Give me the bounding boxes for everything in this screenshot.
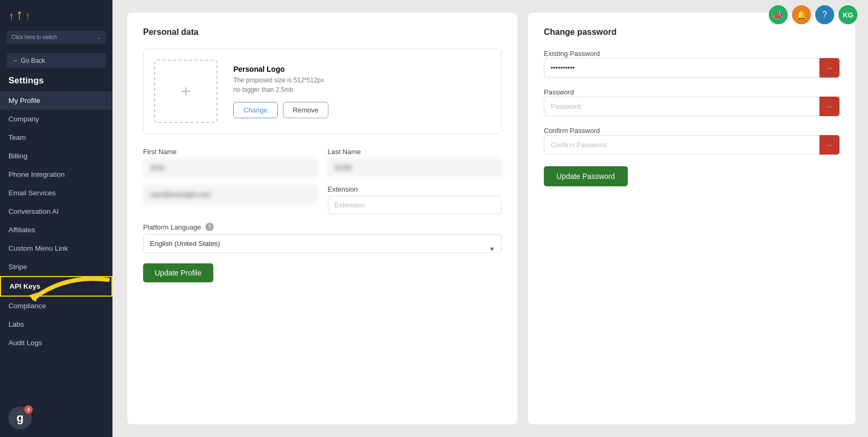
sidebar-item-company[interactable]: Company <box>0 110 112 128</box>
logo-buttons: Change Remove <box>233 102 328 118</box>
update-password-button[interactable]: Update Password <box>544 166 628 186</box>
sidebar-item-conversation-ai[interactable]: Conversation AI <box>0 202 112 221</box>
new-password-group: Password ··· <box>544 87 839 116</box>
logo-icon: ↑ ↑ ↑ <box>8 7 31 22</box>
existing-password-label: Existing Password <box>544 50 600 58</box>
sidebar-item-labs[interactable]: Labs <box>0 315 112 334</box>
avatar-letter: g <box>16 411 23 425</box>
switch-chevron: ⌄ <box>97 34 101 40</box>
topbar: 📣 🔔 ? KG <box>769 5 857 24</box>
sidebar-item-phone-integration[interactable]: Phone Integration <box>0 165 112 184</box>
existing-password-toggle[interactable]: ··· <box>819 58 839 78</box>
go-back-label: ← Go Back <box>13 57 45 64</box>
existing-password-wrapper: ··· <box>544 58 839 78</box>
change-password-card: Change password Existing Password ··· Pa… <box>528 13 855 424</box>
confirm-password-toggle[interactable]: ··· <box>819 135 839 155</box>
personal-data-title: Personal data <box>143 27 502 37</box>
settings-title: Settings <box>0 75 112 91</box>
last-name-group: Last Name <box>328 148 502 177</box>
confirm-password-group: Confirm Password ··· <box>544 126 839 155</box>
platform-lang-label: Platform Language <box>143 223 201 231</box>
first-name-group: First Name <box>143 148 317 177</box>
sidebar-nav: My Profile Company Team Billing Phone In… <box>0 91 112 352</box>
existing-password-input[interactable] <box>544 58 839 78</box>
help-icon[interactable]: ? <box>815 5 834 24</box>
avatar-badge: 9 <box>24 405 33 414</box>
logo-info: Personal Logo The proposed size is 512*5… <box>233 65 328 118</box>
name-row: First Name Last Name <box>143 148 502 177</box>
sidebar-item-audit-logs[interactable]: Audit Logs <box>0 334 112 352</box>
language-select-wrapper: English (United States) ▼ <box>143 234 502 263</box>
last-name-label: Last Name <box>328 148 502 156</box>
new-password-label: Password <box>544 88 574 96</box>
sidebar-item-stripe[interactable]: Stripe <box>0 258 112 276</box>
sidebar-item-api-keys[interactable]: API Keys <box>0 276 112 297</box>
confirm-password-input[interactable] <box>544 135 839 155</box>
plus-icon: + <box>181 82 191 101</box>
confirm-password-label: Confirm Password <box>544 127 600 135</box>
workspace-switcher[interactable]: Click here to switch ⌄ <box>6 31 106 44</box>
logo-title: Personal Logo <box>233 65 328 73</box>
eye-icon-new: ··· <box>827 103 832 110</box>
change-password-title: Change password <box>544 27 839 37</box>
extension-group: Extension <box>328 185 502 214</box>
sidebar-item-compliance[interactable]: Compliance <box>0 297 112 315</box>
sidebar: ↑ ↑ ↑ Click here to switch ⌄ ← Go Back S… <box>0 0 112 437</box>
last-name-input[interactable] <box>328 158 502 177</box>
update-profile-button[interactable]: Update Profile <box>143 263 213 282</box>
sidebar-item-team[interactable]: Team <box>0 128 112 147</box>
switch-label: Click here to switch <box>12 34 57 40</box>
logo-placeholder[interactable]: + <box>154 60 218 123</box>
personal-data-card: Personal data + Personal Logo The propos… <box>127 13 517 424</box>
first-name-label: First Name <box>143 148 317 156</box>
sidebar-item-custom-menu-link[interactable]: Custom Menu Link <box>0 239 112 258</box>
email-extension-row: Extension <box>143 185 502 214</box>
megaphone-icon[interactable]: 📣 <box>769 5 788 24</box>
new-password-toggle[interactable]: ··· <box>819 97 839 116</box>
extension-label: Extension <box>328 185 502 193</box>
user-initials-icon[interactable]: KG <box>838 5 857 24</box>
change-logo-button[interactable]: Change <box>233 102 278 118</box>
confirm-password-wrapper: ··· <box>544 135 839 155</box>
new-password-wrapper: ··· <box>544 97 839 116</box>
eye-icon-confirm: ··· <box>827 141 832 149</box>
sidebar-bottom: g 9 <box>0 399 112 437</box>
new-password-input[interactable] <box>544 97 839 116</box>
platform-lang-row: Platform Language ? <box>143 223 502 231</box>
existing-password-group: Existing Password ··· <box>544 49 839 78</box>
email-group <box>143 185 317 214</box>
help-tooltip-icon[interactable]: ? <box>205 223 214 231</box>
logo-area: ↑ ↑ ↑ <box>0 0 112 27</box>
user-avatar[interactable]: g 9 <box>8 406 32 430</box>
eye-icon: ··· <box>827 64 832 72</box>
sidebar-item-my-profile[interactable]: My Profile <box>0 91 112 110</box>
logo-description: The proposed size is 512*512px no bigger… <box>233 75 328 94</box>
language-select[interactable]: English (United States) <box>143 234 502 253</box>
remove-logo-button[interactable]: Remove <box>283 102 328 118</box>
sidebar-item-email-services[interactable]: Email Services <box>0 184 112 202</box>
email-input[interactable] <box>143 185 317 204</box>
main-content: Personal data + Personal Logo The propos… <box>112 0 868 437</box>
go-back-button[interactable]: ← Go Back <box>6 53 106 68</box>
first-name-input[interactable] <box>143 158 317 177</box>
bell-icon[interactable]: 🔔 <box>792 5 811 24</box>
logo-upload-area: + Personal Logo The proposed size is 512… <box>143 49 502 134</box>
sidebar-item-affiliates[interactable]: Affiliates <box>0 221 112 239</box>
sidebar-item-billing[interactable]: Billing <box>0 147 112 165</box>
extension-input[interactable] <box>328 196 502 214</box>
